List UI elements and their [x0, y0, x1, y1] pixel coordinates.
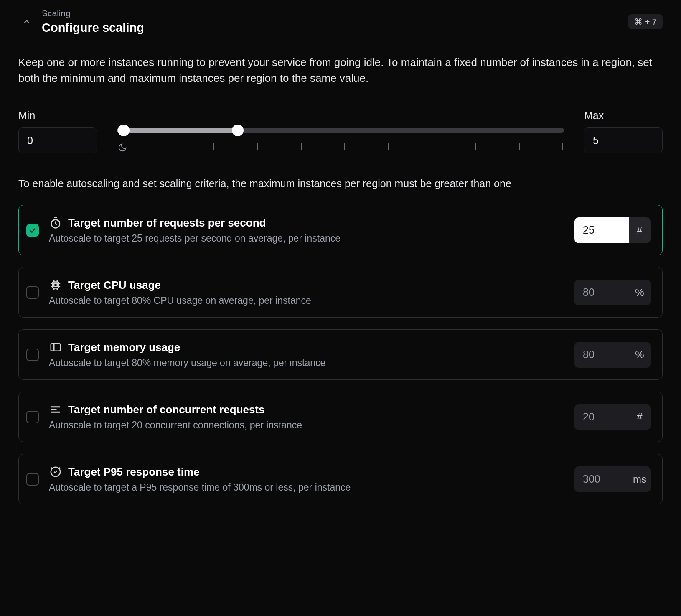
criteria-description: Autoscale to target 20 concurrent connec…	[49, 420, 564, 431]
instance-range-slider[interactable]	[117, 128, 564, 133]
breadcrumb: Scaling	[42, 8, 620, 18]
criteria-value-group: %	[574, 280, 651, 305]
criteria-checkbox[interactable]	[26, 411, 39, 423]
criteria-body: Target number of concurrent requestsAuto…	[49, 403, 564, 431]
criteria-value-input[interactable]	[574, 342, 629, 368]
instance-range-controls: Min Max	[18, 109, 663, 153]
svg-rect-1	[53, 282, 59, 288]
criteria-title: Target number of requests per second	[68, 216, 266, 229]
criteria-value-input[interactable]	[574, 280, 629, 305]
svg-rect-2	[54, 284, 57, 287]
criteria-card-2[interactable]: Target memory usageAutoscale to target 8…	[18, 329, 663, 380]
criteria-unit: %	[629, 342, 651, 368]
criteria-description: Autoscale to target 80% CPU usage on ave…	[49, 295, 564, 306]
criteria-unit: #	[629, 217, 651, 243]
criteria-card-1[interactable]: Target CPU usageAutoscale to target 80% …	[18, 267, 663, 318]
collapse-button[interactable]	[20, 15, 33, 28]
slider-max-thumb[interactable]	[232, 125, 244, 136]
criteria-unit: %	[629, 280, 651, 305]
criteria-title: Target CPU usage	[68, 279, 161, 292]
criteria-unit: #	[629, 404, 651, 430]
stopwatch-icon	[49, 216, 62, 229]
criteria-card-3[interactable]: Target number of concurrent requestsAuto…	[18, 392, 663, 442]
criteria-unit: ms	[629, 466, 651, 492]
criteria-value-group: %	[574, 342, 651, 368]
memory-icon	[49, 341, 62, 354]
criteria-body: Target CPU usageAutoscale to target 80% …	[49, 278, 564, 306]
slider-ticks	[117, 143, 564, 152]
criteria-value-group: #	[574, 404, 651, 430]
moon-icon	[118, 143, 127, 152]
criteria-checkbox[interactable]	[26, 349, 39, 361]
criteria-value-group: #	[574, 217, 651, 243]
criteria-title: Target number of concurrent requests	[68, 403, 265, 416]
criteria-title: Target memory usage	[68, 341, 180, 354]
criteria-body: Target P95 response timeAutoscale to tar…	[49, 465, 564, 493]
criteria-value-input[interactable]	[574, 404, 629, 430]
autoscaling-note: To enable autoscaling and set scaling cr…	[18, 178, 663, 190]
criteria-description: Autoscale to target a P95 response time …	[49, 482, 564, 493]
lines-icon	[49, 403, 62, 416]
criteria-checkbox[interactable]	[26, 224, 39, 237]
criteria-body: Target number of requests per secondAuto…	[49, 216, 564, 244]
page-title: Configure scaling	[42, 21, 620, 35]
criteria-value-group: ms	[574, 466, 651, 492]
cpu-icon	[49, 278, 62, 292]
slider-fill	[117, 128, 238, 133]
criteria-description: Autoscale to target 25 requests per seco…	[49, 233, 564, 244]
keyboard-shortcut-badge: ⌘ + 7	[628, 14, 663, 29]
scaling-description: Keep one or more instances running to pr…	[18, 55, 663, 86]
criteria-value-input[interactable]	[574, 217, 629, 243]
svg-rect-3	[51, 344, 61, 351]
criteria-card-4[interactable]: Target P95 response timeAutoscale to tar…	[18, 454, 663, 504]
max-label: Max	[584, 109, 663, 122]
criteria-checkbox[interactable]	[26, 286, 39, 299]
criteria-card-0[interactable]: Target number of requests per secondAuto…	[18, 205, 663, 255]
clock-check-icon	[49, 465, 62, 479]
criteria-title: Target P95 response time	[68, 466, 200, 479]
max-instances-input[interactable]	[584, 127, 663, 153]
chevron-up-icon	[22, 17, 31, 26]
criteria-body: Target memory usageAutoscale to target 8…	[49, 341, 564, 369]
slider-min-thumb[interactable]	[118, 125, 130, 136]
page-header: Scaling Configure scaling ⌘ + 7	[18, 8, 663, 35]
criteria-list: Target number of requests per secondAuto…	[18, 205, 663, 504]
min-instances-input[interactable]	[18, 127, 97, 153]
criteria-description: Autoscale to target 80% memory usage on …	[49, 357, 564, 369]
min-label: Min	[18, 109, 97, 122]
criteria-checkbox[interactable]	[26, 473, 39, 486]
criteria-value-input[interactable]	[574, 466, 629, 492]
